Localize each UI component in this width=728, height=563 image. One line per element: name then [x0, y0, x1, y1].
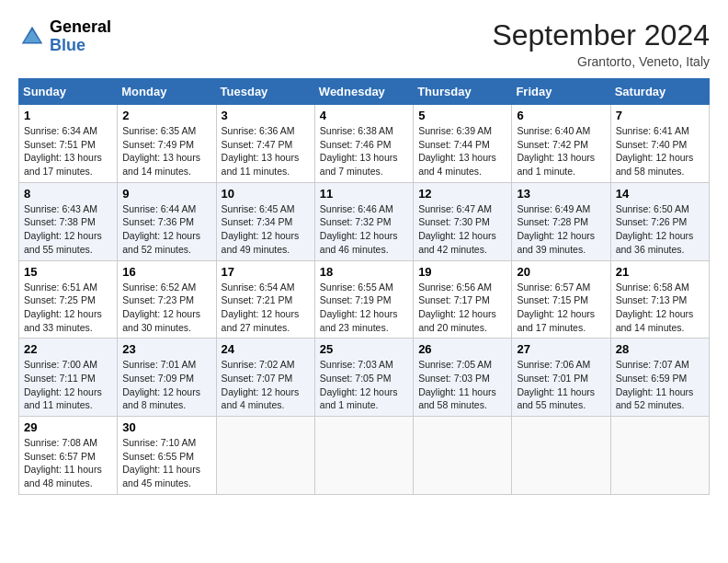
day-number: 26 [418, 342, 506, 356]
day-number: 16 [122, 265, 210, 279]
logo: General Blue [18, 18, 111, 55]
location: Grantorto, Veneto, Italy [492, 54, 710, 69]
logo-blue-text: Blue [50, 36, 85, 54]
day-number: 17 [222, 265, 310, 279]
calendar-day-cell: 26Sunrise: 7:05 AMSunset: 7:03 PMDayligh… [414, 339, 512, 417]
calendar-week-row: 1Sunrise: 6:34 AMSunset: 7:51 PMDaylight… [19, 105, 710, 183]
calendar-week-row: 15Sunrise: 6:51 AMSunset: 7:25 PMDayligh… [19, 260, 710, 339]
day-number: 19 [418, 265, 506, 279]
calendar-day-cell: 8Sunrise: 6:43 AMSunset: 7:38 PMDaylight… [19, 182, 118, 260]
calendar-day-cell: 12Sunrise: 6:47 AMSunset: 7:30 PMDayligh… [414, 182, 512, 260]
day-number: 11 [320, 187, 408, 201]
day-of-week-header: Sunday [19, 79, 118, 105]
calendar-day-cell [414, 417, 512, 495]
day-number: 25 [320, 342, 408, 356]
day-info: Sunrise: 7:03 AMSunset: 7:05 PMDaylight:… [320, 358, 408, 412]
calendar-day-cell: 7Sunrise: 6:41 AMSunset: 7:40 PMDaylight… [610, 105, 709, 183]
calendar-day-cell: 25Sunrise: 7:03 AMSunset: 7:05 PMDayligh… [314, 339, 413, 417]
calendar-week-row: 29Sunrise: 7:08 AMSunset: 6:57 PMDayligh… [19, 417, 710, 495]
calendar-day-cell: 20Sunrise: 6:57 AMSunset: 7:15 PMDayligh… [512, 260, 610, 339]
calendar-day-cell [314, 417, 413, 495]
day-info: Sunrise: 6:43 AMSunset: 7:38 PMDaylight:… [24, 202, 112, 257]
day-number: 8 [24, 187, 112, 201]
month-title: September 2024 [492, 18, 710, 52]
calendar-day-cell: 27Sunrise: 7:06 AMSunset: 7:01 PMDayligh… [512, 339, 610, 417]
day-number: 13 [517, 187, 605, 201]
day-of-week-header: Thursday [414, 79, 512, 105]
logo-general-text: General [50, 17, 111, 36]
day-number: 20 [517, 265, 605, 279]
calendar-week-row: 8Sunrise: 6:43 AMSunset: 7:38 PMDaylight… [19, 182, 710, 260]
day-info: Sunrise: 7:05 AMSunset: 7:03 PMDaylight:… [418, 358, 506, 412]
day-number: 10 [222, 187, 310, 201]
calendar-week-row: 22Sunrise: 7:00 AMSunset: 7:11 PMDayligh… [19, 339, 710, 417]
day-number: 9 [122, 187, 210, 201]
calendar-day-cell: 22Sunrise: 7:00 AMSunset: 7:11 PMDayligh… [19, 339, 118, 417]
logo-icon [18, 23, 46, 51]
title-area: September 2024 Grantorto, Veneto, Italy [492, 18, 710, 69]
day-info: Sunrise: 7:06 AMSunset: 7:01 PMDaylight:… [517, 358, 605, 412]
day-info: Sunrise: 7:00 AMSunset: 7:11 PMDaylight:… [24, 358, 112, 412]
day-info: Sunrise: 7:02 AMSunset: 7:07 PMDaylight:… [222, 358, 310, 412]
day-number: 14 [616, 187, 704, 201]
day-info: Sunrise: 6:44 AMSunset: 7:36 PMDaylight:… [122, 202, 210, 257]
calendar-day-cell: 28Sunrise: 7:07 AMSunset: 6:59 PMDayligh… [610, 339, 709, 417]
day-number: 12 [418, 187, 506, 201]
calendar-day-cell [512, 417, 610, 495]
day-info: Sunrise: 6:39 AMSunset: 7:44 PMDaylight:… [418, 124, 506, 178]
day-number: 5 [418, 109, 506, 122]
day-info: Sunrise: 6:35 AMSunset: 7:49 PMDaylight:… [122, 124, 210, 178]
day-info: Sunrise: 6:55 AMSunset: 7:19 PMDaylight:… [320, 281, 408, 335]
day-info: Sunrise: 7:07 AMSunset: 6:59 PMDaylight:… [616, 358, 704, 412]
day-info: Sunrise: 7:08 AMSunset: 6:57 PMDaylight:… [24, 436, 112, 490]
day-info: Sunrise: 6:54 AMSunset: 7:21 PMDaylight:… [222, 281, 310, 335]
calendar-header: SundayMondayTuesdayWednesdayThursdayFrid… [19, 79, 710, 105]
day-info: Sunrise: 6:52 AMSunset: 7:23 PMDaylight:… [122, 281, 210, 335]
calendar-day-cell: 19Sunrise: 6:56 AMSunset: 7:17 PMDayligh… [414, 260, 512, 339]
day-number: 3 [222, 109, 310, 122]
day-of-week-header: Wednesday [314, 79, 413, 105]
page-header: General Blue September 2024 Grantorto, V… [18, 18, 710, 69]
calendar-day-cell: 17Sunrise: 6:54 AMSunset: 7:21 PMDayligh… [216, 260, 314, 339]
calendar-day-cell: 5Sunrise: 6:39 AMSunset: 7:44 PMDaylight… [414, 105, 512, 183]
day-number: 6 [517, 109, 605, 122]
day-info: Sunrise: 6:56 AMSunset: 7:17 PMDaylight:… [418, 281, 506, 335]
day-info: Sunrise: 6:45 AMSunset: 7:34 PMDaylight:… [222, 202, 310, 257]
calendar-day-cell: 14Sunrise: 6:50 AMSunset: 7:26 PMDayligh… [610, 182, 709, 260]
day-info: Sunrise: 6:41 AMSunset: 7:40 PMDaylight:… [616, 124, 704, 178]
day-info: Sunrise: 6:36 AMSunset: 7:47 PMDaylight:… [222, 124, 310, 178]
calendar-table: SundayMondayTuesdayWednesdayThursdayFrid… [18, 78, 710, 495]
day-info: Sunrise: 6:47 AMSunset: 7:30 PMDaylight:… [418, 202, 506, 257]
day-number: 18 [320, 265, 408, 279]
calendar-day-cell: 4Sunrise: 6:38 AMSunset: 7:46 PMDaylight… [314, 105, 413, 183]
day-number: 29 [24, 420, 112, 434]
day-number: 15 [24, 265, 112, 279]
calendar-day-cell: 3Sunrise: 6:36 AMSunset: 7:47 PMDaylight… [216, 105, 314, 183]
calendar-day-cell: 6Sunrise: 6:40 AMSunset: 7:42 PMDaylight… [512, 105, 610, 183]
day-info: Sunrise: 6:34 AMSunset: 7:51 PMDaylight:… [24, 124, 112, 178]
calendar-day-cell [610, 417, 709, 495]
day-number: 28 [616, 342, 704, 356]
calendar-day-cell: 24Sunrise: 7:02 AMSunset: 7:07 PMDayligh… [216, 339, 314, 417]
day-of-week-header: Saturday [610, 79, 709, 105]
calendar-day-cell: 13Sunrise: 6:49 AMSunset: 7:28 PMDayligh… [512, 182, 610, 260]
day-info: Sunrise: 6:46 AMSunset: 7:32 PMDaylight:… [320, 202, 408, 257]
calendar-day-cell: 21Sunrise: 6:58 AMSunset: 7:13 PMDayligh… [610, 260, 709, 339]
calendar-day-cell: 9Sunrise: 6:44 AMSunset: 7:36 PMDaylight… [118, 182, 216, 260]
day-number: 30 [122, 420, 210, 434]
day-info: Sunrise: 6:49 AMSunset: 7:28 PMDaylight:… [517, 202, 605, 257]
day-info: Sunrise: 6:38 AMSunset: 7:46 PMDaylight:… [320, 124, 408, 178]
day-of-week-header: Tuesday [216, 79, 314, 105]
day-info: Sunrise: 6:51 AMSunset: 7:25 PMDaylight:… [24, 281, 112, 335]
calendar-day-cell: 23Sunrise: 7:01 AMSunset: 7:09 PMDayligh… [118, 339, 216, 417]
day-number: 22 [24, 342, 112, 356]
day-number: 23 [122, 342, 210, 356]
day-info: Sunrise: 6:57 AMSunset: 7:15 PMDaylight:… [517, 281, 605, 335]
calendar-day-cell: 11Sunrise: 6:46 AMSunset: 7:32 PMDayligh… [314, 182, 413, 260]
day-info: Sunrise: 6:58 AMSunset: 7:13 PMDaylight:… [616, 281, 704, 335]
day-info: Sunrise: 7:01 AMSunset: 7:09 PMDaylight:… [122, 358, 210, 412]
day-number: 27 [517, 342, 605, 356]
calendar-day-cell [216, 417, 314, 495]
day-of-week-header: Friday [512, 79, 610, 105]
day-number: 2 [122, 109, 210, 122]
